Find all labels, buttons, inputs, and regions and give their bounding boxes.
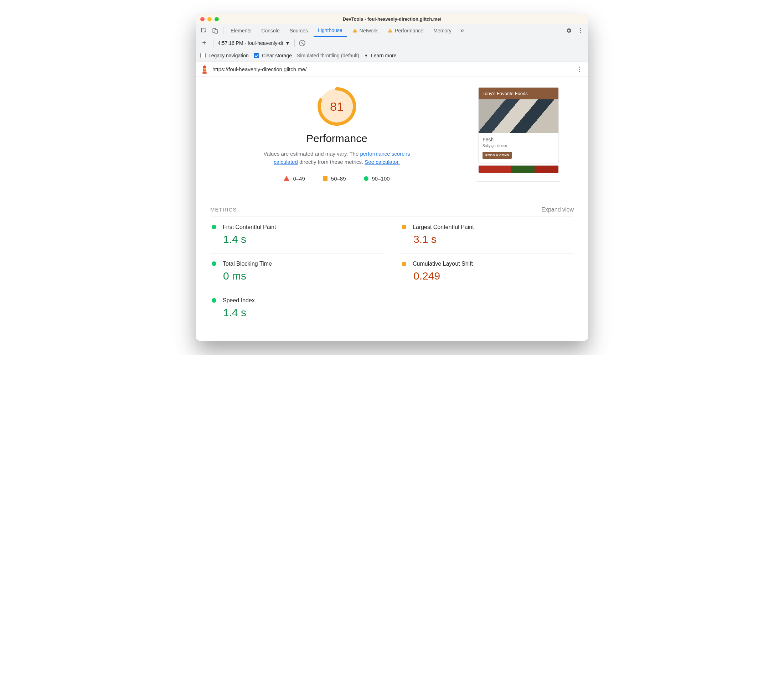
- titlebar: DevTools - foul-heavenly-direction.glitc…: [196, 14, 588, 24]
- tab-label: Network: [360, 28, 378, 33]
- metric-value: 3.1 s: [413, 233, 572, 245]
- desc-text: Values are estimated and may vary. The: [263, 151, 360, 157]
- lighthouse-toolbar: + 4:57:16 PM - foul-heavenly-di ▼: [196, 37, 588, 49]
- close-window-button[interactable]: [200, 17, 204, 21]
- legend-label: 90–100: [372, 176, 390, 182]
- report-url: https://foul-heavenly-direction.glitch.m…: [212, 66, 307, 72]
- score-gauge[interactable]: 81: [317, 87, 356, 126]
- warning-icon: [352, 28, 357, 33]
- throttling-label: Simulated throttling (default): [297, 53, 359, 58]
- thumb-image: [479, 100, 558, 133]
- devtools-window: DevTools - foul-heavenly-direction.glitc…: [196, 14, 588, 341]
- report-header: https://foul-heavenly-direction.glitch.m…: [196, 62, 588, 77]
- metric-fcp[interactable]: First Contentful Paint 1.4 s: [210, 217, 383, 253]
- clear-icon[interactable]: [299, 40, 305, 46]
- thumb-image-2: [478, 165, 559, 173]
- average-icon: [402, 262, 406, 266]
- checkbox-label: Clear storage: [262, 53, 292, 58]
- tab-memory[interactable]: Memory: [429, 24, 456, 37]
- square-icon: [323, 176, 327, 181]
- hero: 81 Performance Values are estimated and …: [210, 83, 574, 182]
- report-body: 81 Performance Values are estimated and …: [196, 77, 588, 341]
- legend-label: 0–49: [293, 176, 305, 182]
- svg-rect-3: [355, 30, 355, 31]
- category-title: Performance: [306, 132, 368, 145]
- triangle-icon: [284, 176, 289, 181]
- report-menu-icon[interactable]: [576, 67, 583, 72]
- legend-average: 50–89: [323, 176, 346, 182]
- score-value: 81: [317, 87, 356, 126]
- svg-rect-6: [390, 31, 390, 32]
- learn-more-group: ▼ Learn more: [364, 53, 396, 58]
- panel-tabbar: Elements Console Sources Lighthouse Netw…: [196, 24, 588, 37]
- inspect-element-icon[interactable]: [199, 26, 209, 36]
- settings-icon[interactable]: [564, 26, 574, 36]
- separator: [213, 39, 214, 47]
- metrics-grid: First Contentful Paint 1.4 s Largest Con…: [210, 217, 574, 327]
- expand-view-button[interactable]: Expand view: [541, 207, 574, 213]
- new-report-button[interactable]: +: [200, 39, 209, 48]
- metric-label: First Contentful Paint: [223, 224, 276, 230]
- zoom-window-button[interactable]: [215, 17, 219, 21]
- page-screenshot[interactable]: Tony's Favorite Foods Fesh Salty goodnes…: [476, 85, 561, 182]
- legend-label: 50–89: [331, 176, 346, 182]
- tab-label: Console: [261, 28, 279, 33]
- tab-lighthouse[interactable]: Lighthouse: [313, 24, 347, 37]
- screenshot-section: Tony's Favorite Foods Fesh Salty goodnes…: [463, 83, 574, 182]
- score-section: 81 Performance Values are estimated and …: [210, 83, 463, 182]
- tab-console[interactable]: Console: [257, 24, 284, 37]
- score-legend: 0–49 50–89 90–100: [284, 176, 390, 182]
- metric-si[interactable]: Speed Index 1.4 s: [210, 290, 383, 327]
- window-controls: [200, 17, 219, 21]
- clear-storage-checkbox[interactable]: Clear storage: [254, 53, 292, 58]
- checkbox-icon: [254, 53, 259, 58]
- report-dropdown[interactable]: 4:57:16 PM - foul-heavenly-di ▼: [218, 40, 290, 46]
- metric-tbt[interactable]: Total Blocking Time 0 ms: [210, 253, 383, 290]
- separator: [295, 39, 295, 47]
- thumb-card-title: Fesh: [483, 137, 555, 142]
- svg-rect-2: [215, 30, 217, 33]
- tab-elements[interactable]: Elements: [226, 24, 256, 37]
- separator: [223, 27, 223, 34]
- svg-rect-5: [390, 30, 390, 31]
- report-label: 4:57:16 PM - foul-heavenly-di: [218, 40, 283, 46]
- average-icon: [402, 225, 406, 229]
- metric-label: Largest Contentful Paint: [413, 224, 474, 230]
- circle-icon: [364, 176, 368, 181]
- more-menu-icon[interactable]: [575, 26, 585, 36]
- tab-label: Memory: [433, 28, 452, 33]
- calculator-link[interactable]: See calculator.: [365, 159, 399, 165]
- metric-label: Cumulative Layout Shift: [413, 261, 473, 267]
- metrics-header: METRICS Expand view: [210, 207, 574, 217]
- pass-icon: [212, 261, 216, 266]
- tab-sources[interactable]: Sources: [285, 24, 312, 37]
- metric-cls[interactable]: Cumulative Layout Shift 0.249: [401, 253, 574, 290]
- metric-label: Speed Index: [223, 297, 255, 304]
- legend-pass: 90–100: [364, 176, 390, 182]
- desc-text: directly from these metrics.: [298, 159, 365, 165]
- tab-label: Lighthouse: [318, 27, 343, 33]
- legend-fail: 0–49: [284, 176, 305, 182]
- tab-label: Performance: [395, 28, 423, 33]
- metric-lcp[interactable]: Largest Contentful Paint 3.1 s: [401, 217, 574, 253]
- pass-icon: [212, 225, 216, 229]
- window-title: DevTools - foul-heavenly-direction.glitc…: [343, 16, 441, 22]
- lighthouse-logo-icon: [201, 65, 208, 74]
- tab-network[interactable]: Network: [348, 24, 382, 37]
- metric-value: 1.4 s: [223, 233, 382, 245]
- thumb-card: Tony's Favorite Foods Fesh Salty goodnes…: [478, 87, 559, 163]
- minimize-window-button[interactable]: [207, 17, 212, 21]
- more-tabs-icon[interactable]: »: [457, 26, 467, 36]
- metric-value: 0.249: [413, 270, 572, 282]
- chevron-down-icon: ▼: [285, 40, 290, 46]
- metric-value: 1.4 s: [223, 306, 382, 319]
- chevron-down-icon[interactable]: ▼: [364, 53, 368, 58]
- device-toolbar-icon[interactable]: [210, 26, 220, 36]
- learn-more-link[interactable]: Learn more: [371, 53, 397, 58]
- tab-performance[interactable]: Performance: [383, 24, 428, 37]
- legacy-checkbox[interactable]: Legacy navigation: [200, 53, 249, 58]
- svg-rect-4: [355, 31, 355, 32]
- svg-rect-7: [203, 68, 206, 69]
- checkbox-icon: [200, 53, 206, 58]
- thumb-badge: PROS & CONS: [483, 152, 512, 159]
